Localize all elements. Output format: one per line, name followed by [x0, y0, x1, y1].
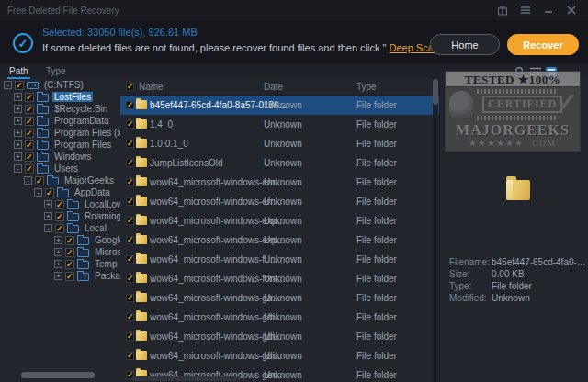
tree-item-label[interactable]: ProgramData: [52, 116, 110, 126]
tree-item[interactable]: + Google: [0, 234, 120, 246]
table-row[interactable]: wow64_microsoft-windows-enr... Unknown F…: [120, 173, 439, 192]
row-checkbox[interactable]: [126, 178, 134, 186]
row-checkbox[interactable]: [126, 140, 134, 148]
select-all-checkbox[interactable]: [126, 83, 134, 91]
row-checkbox[interactable]: [126, 332, 134, 341]
tree-item[interactable]: + Program Files: [0, 139, 120, 151]
tree-checkbox[interactable]: [55, 224, 64, 233]
tree-item[interactable]: - Users: [0, 163, 120, 174]
tree-item-label[interactable]: Windows: [52, 152, 94, 162]
close-icon[interactable]: [565, 5, 577, 17]
tree-checkbox[interactable]: [25, 129, 34, 138]
recover-button[interactable]: Recover: [507, 34, 579, 55]
tab-path[interactable]: Path: [7, 64, 30, 79]
tree-item-label[interactable]: Program Files: [52, 140, 113, 150]
tree-checkbox[interactable]: [45, 188, 54, 197]
row-checkbox[interactable]: [126, 275, 134, 283]
tree-expander-icon[interactable]: +: [14, 93, 22, 101]
row-checkbox[interactable]: [126, 120, 134, 129]
tree-item[interactable]: + LostFiles: [0, 91, 120, 103]
tree-expander-icon[interactable]: +: [14, 129, 22, 137]
tree-item-label[interactable]: Packages: [93, 271, 120, 281]
tree-checkbox[interactable]: [65, 260, 74, 269]
tree-item-label[interactable]: Temp: [93, 259, 119, 269]
tree-checkbox[interactable]: [55, 212, 64, 221]
tree-checkbox[interactable]: [25, 164, 34, 174]
tree-item-label[interactable]: (C:NTFS): [42, 80, 85, 90]
tree-item-label[interactable]: LostFiles: [52, 92, 93, 102]
tab-type[interactable]: Type: [44, 64, 68, 79]
tree-item[interactable]: + $Recycle.Bin: [0, 103, 120, 115]
home-button[interactable]: Home: [430, 34, 500, 55]
tree-item-label[interactable]: $Recycle.Bin: [52, 104, 109, 114]
row-checkbox[interactable]: [126, 313, 134, 321]
tree-item-label[interactable]: Roaming: [83, 211, 120, 221]
tree-item[interactable]: + ProgramData: [0, 115, 120, 127]
tree-item[interactable]: - (C:NTFS): [0, 79, 120, 91]
table-row[interactable]: wow64_microsoft-windows-ga... Unknown Fi…: [120, 288, 439, 308]
tree-checkbox[interactable]: [65, 248, 74, 257]
tree-item[interactable]: + Windows: [0, 151, 120, 163]
tree-checkbox[interactable]: [55, 200, 64, 209]
row-checkbox[interactable]: [126, 255, 134, 264]
tree-expander-icon[interactable]: -: [24, 176, 32, 185]
tree-item-label[interactable]: Program Files (x86): [52, 128, 120, 138]
tree-expander-icon[interactable]: +: [14, 152, 22, 161]
row-checkbox[interactable]: [126, 197, 134, 206]
list-vertical-scrollbar-track[interactable]: [433, 79, 438, 382]
tree-expander-icon[interactable]: -: [14, 164, 22, 173]
tree-horizontal-scrollbar[interactable]: [21, 372, 95, 378]
column-header-type[interactable]: Type: [356, 82, 377, 92]
row-checkbox[interactable]: [126, 159, 134, 167]
tree-checkbox[interactable]: [65, 236, 74, 245]
tree-checkbox[interactable]: [25, 93, 34, 102]
table-row[interactable]: b45ef447-65cd-4fa0-8a57-0186... Unknown …: [120, 96, 439, 115]
tree-expander-icon[interactable]: -: [34, 188, 42, 197]
column-header-name[interactable]: Name: [139, 82, 164, 92]
tree-item-label[interactable]: Microsoft: [93, 247, 120, 257]
tree-checkbox[interactable]: [65, 272, 74, 281]
tree-checkbox[interactable]: [15, 81, 24, 90]
tree-checkbox[interactable]: [25, 117, 34, 126]
table-row[interactable]: wow64_microsoft-windows-font... Unknown …: [120, 269, 439, 288]
tree-checkbox[interactable]: [25, 105, 34, 114]
tree-expander-icon[interactable]: +: [44, 212, 52, 220]
tree-item[interactable]: + Microsoft: [0, 246, 120, 258]
tree-expander-icon[interactable]: +: [54, 260, 62, 268]
list-vertical-scrollbar-thumb[interactable]: [433, 79, 438, 105]
tree-expander-icon[interactable]: +: [54, 248, 62, 256]
tree-item[interactable]: + Temp: [0, 258, 120, 270]
list-horizontal-scrollbar[interactable]: [131, 376, 240, 381]
tree-expander-icon[interactable]: +: [54, 236, 62, 244]
tree-expander-icon[interactable]: +: [14, 117, 22, 125]
minimize-icon[interactable]: [542, 5, 554, 17]
row-checkbox[interactable]: [126, 101, 134, 109]
table-row[interactable]: wow64_microsoft-windows-exp... Unknown F…: [120, 211, 439, 230]
table-row[interactable]: wow64_microsoft-windows-gdi... Unknown F…: [120, 327, 439, 346]
tree-item-label[interactable]: Users: [52, 163, 80, 174]
tree-item[interactable]: - MajorGeeks: [0, 174, 120, 186]
tree-item[interactable]: + LocalLow: [0, 198, 120, 210]
gift-icon[interactable]: [496, 5, 508, 17]
tree-expander-icon[interactable]: +: [54, 272, 62, 280]
tree-checkbox[interactable]: [25, 152, 34, 162]
tree-item-label[interactable]: Local: [83, 223, 108, 233]
tree-expander-icon[interactable]: +: [14, 105, 22, 113]
table-row[interactable]: 1.4_0 Unknown File folder: [120, 115, 439, 134]
column-header-date[interactable]: Date: [264, 82, 283, 92]
tree-item[interactable]: + Program Files (x86): [0, 127, 120, 139]
table-row[interactable]: JumpListIconsOld Unknown File folder: [120, 153, 439, 173]
tree-item[interactable]: - Local: [0, 222, 120, 234]
table-row[interactable]: wow64_microsoft-windows-exp... Unknown F…: [120, 230, 439, 250]
menu-icon[interactable]: [519, 5, 531, 17]
tree-expander-icon[interactable]: +: [14, 140, 22, 149]
row-checkbox[interactable]: [126, 217, 134, 225]
tree-item-label[interactable]: LocalLow: [83, 199, 120, 209]
tree-item[interactable]: + Roaming: [0, 210, 120, 222]
table-row[interactable]: wow64_microsoft-windows-err... Unknown F…: [120, 192, 439, 211]
tree-expander-icon[interactable]: -: [44, 224, 52, 232]
tree-item-label[interactable]: AppData: [73, 187, 112, 197]
tree-item[interactable]: - AppData: [0, 186, 120, 198]
row-checkbox[interactable]: [126, 236, 134, 244]
tree-checkbox[interactable]: [35, 176, 44, 185]
